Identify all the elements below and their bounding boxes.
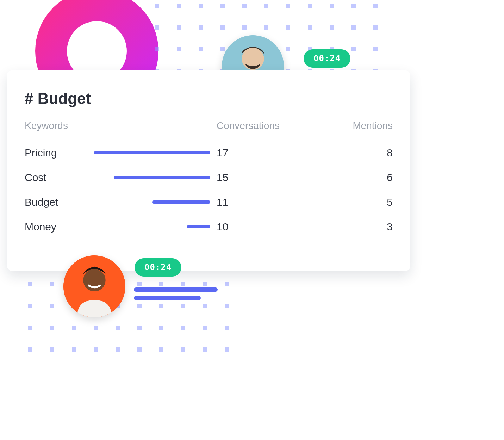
- table-header-row: Keywords Conversations Mentions: [25, 120, 393, 131]
- conversations-value: 15: [217, 172, 259, 184]
- column-header-conversations: Conversations: [217, 120, 259, 131]
- conversation-bar: [137, 225, 217, 229]
- mentions-value: 8: [350, 147, 393, 159]
- column-header-mentions: Mentions: [350, 120, 393, 131]
- transcript-skeleton-line: [134, 296, 201, 300]
- conversation-bar: [137, 176, 217, 179]
- mentions-value: 5: [350, 196, 393, 208]
- conversations-value: 11: [217, 196, 259, 208]
- table-row: Cost156: [25, 165, 393, 190]
- conversation-bar: [137, 151, 217, 155]
- column-header-keywords: Keywords: [25, 120, 137, 131]
- keyword-label: Money: [25, 221, 137, 233]
- conversations-value: 17: [217, 147, 259, 159]
- avatar: [63, 255, 125, 317]
- table-row: Money103: [25, 215, 393, 239]
- table-row: Pricing178: [25, 141, 393, 165]
- timestamp-badge: 00:24: [304, 49, 350, 68]
- table-row: Budget115: [25, 190, 393, 215]
- keyword-label: Budget: [25, 196, 137, 208]
- transcript-skeleton-line: [134, 287, 218, 292]
- budget-keywords-card: # Budget Keywords Conversations Mentions…: [7, 70, 410, 271]
- conversations-value: 10: [217, 221, 259, 233]
- conversation-bar: [137, 200, 217, 204]
- card-title: # Budget: [25, 90, 393, 107]
- mentions-value: 6: [350, 172, 393, 184]
- dot-grid-decoration-bottom: [28, 282, 239, 366]
- mentions-value: 3: [350, 221, 393, 233]
- timestamp-badge: 00:24: [135, 258, 181, 277]
